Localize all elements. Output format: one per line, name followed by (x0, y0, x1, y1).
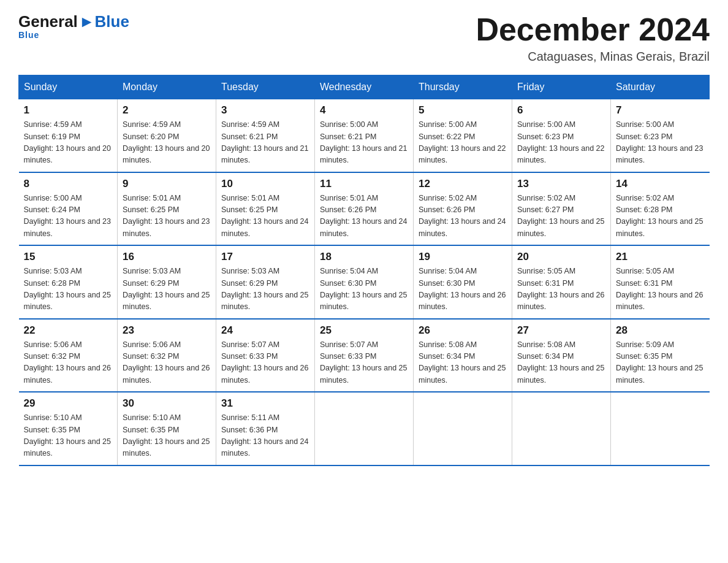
day-info: Sunrise: 5:01 AMSunset: 6:25 PMDaylight:… (123, 193, 211, 240)
col-header-wednesday: Wednesday (315, 75, 414, 99)
day-info: Sunrise: 5:08 AMSunset: 6:34 PMDaylight:… (419, 339, 507, 387)
calendar-cell: 23Sunrise: 5:06 AMSunset: 6:32 PMDayligh… (118, 319, 216, 393)
day-number: 10 (221, 178, 309, 190)
calendar-cell: 20Sunrise: 5:05 AMSunset: 6:31 PMDayligh… (512, 245, 611, 319)
calendar-cell: 15Sunrise: 5:03 AMSunset: 6:28 PMDayligh… (19, 245, 118, 319)
day-number: 30 (123, 397, 211, 410)
day-number: 19 (419, 251, 507, 263)
day-info: Sunrise: 5:02 AMSunset: 6:26 PMDaylight:… (419, 193, 507, 240)
day-number: 5 (419, 104, 507, 117)
calendar-cell: 31Sunrise: 5:11 AMSunset: 6:36 PMDayligh… (216, 392, 315, 465)
calendar-week-3: 15Sunrise: 5:03 AMSunset: 6:28 PMDayligh… (19, 245, 710, 319)
calendar-cell (611, 392, 710, 465)
day-number: 21 (616, 251, 705, 263)
day-number: 27 (517, 324, 605, 337)
calendar-cell (315, 392, 414, 465)
day-info: Sunrise: 5:01 AMSunset: 6:25 PMDaylight:… (221, 193, 309, 240)
calendar-cell: 27Sunrise: 5:08 AMSunset: 6:34 PMDayligh… (512, 319, 611, 393)
day-info: Sunrise: 5:07 AMSunset: 6:33 PMDaylight:… (221, 339, 309, 387)
calendar-cell: 26Sunrise: 5:08 AMSunset: 6:34 PMDayligh… (414, 319, 512, 393)
day-info: Sunrise: 4:59 AMSunset: 6:19 PMDaylight:… (24, 119, 113, 167)
col-header-monday: Monday (118, 75, 216, 99)
day-info: Sunrise: 5:01 AMSunset: 6:26 PMDaylight:… (320, 193, 408, 240)
calendar-cell: 19Sunrise: 5:04 AMSunset: 6:30 PMDayligh… (414, 245, 512, 319)
day-number: 22 (24, 324, 113, 337)
calendar-week-1: 1Sunrise: 4:59 AMSunset: 6:19 PMDaylight… (19, 99, 710, 172)
page-header: General ► Blue Blue December 2024 Catagu… (18, 12, 710, 64)
logo-underline: Blue (18, 30, 39, 40)
calendar-cell: 18Sunrise: 5:04 AMSunset: 6:30 PMDayligh… (315, 245, 414, 319)
calendar-cell: 5Sunrise: 5:00 AMSunset: 6:22 PMDaylight… (414, 99, 512, 172)
day-info: Sunrise: 5:10 AMSunset: 6:35 PMDaylight:… (24, 412, 113, 460)
day-info: Sunrise: 5:06 AMSunset: 6:32 PMDaylight:… (123, 339, 211, 387)
day-info: Sunrise: 5:10 AMSunset: 6:35 PMDaylight:… (123, 412, 211, 460)
day-number: 14 (616, 178, 705, 190)
location-label: Cataguases, Minas Gerais, Brazil (476, 50, 710, 64)
calendar-cell: 3Sunrise: 4:59 AMSunset: 6:21 PMDaylight… (216, 99, 315, 172)
day-number: 3 (221, 104, 309, 117)
day-number: 28 (616, 324, 705, 337)
day-info: Sunrise: 5:03 AMSunset: 6:29 PMDaylight:… (123, 266, 211, 313)
logo: General ► Blue Blue (18, 12, 129, 40)
day-info: Sunrise: 5:04 AMSunset: 6:30 PMDaylight:… (419, 266, 507, 313)
day-info: Sunrise: 5:03 AMSunset: 6:29 PMDaylight:… (221, 266, 309, 313)
col-header-friday: Friday (512, 75, 611, 99)
calendar-cell: 2Sunrise: 4:59 AMSunset: 6:20 PMDaylight… (118, 99, 216, 172)
calendar-cell: 1Sunrise: 4:59 AMSunset: 6:19 PMDaylight… (19, 99, 118, 172)
calendar-cell: 22Sunrise: 5:06 AMSunset: 6:32 PMDayligh… (19, 319, 118, 393)
day-number: 23 (123, 324, 211, 337)
calendar-cell: 8Sunrise: 5:00 AMSunset: 6:24 PMDaylight… (19, 172, 118, 246)
col-header-saturday: Saturday (611, 75, 710, 99)
day-number: 7 (616, 104, 705, 117)
day-info: Sunrise: 5:11 AMSunset: 6:36 PMDaylight:… (221, 412, 309, 460)
day-info: Sunrise: 5:02 AMSunset: 6:28 PMDaylight:… (616, 193, 705, 240)
day-info: Sunrise: 5:02 AMSunset: 6:27 PMDaylight:… (517, 193, 605, 240)
month-title: December 2024 (476, 12, 710, 47)
calendar-cell: 21Sunrise: 5:05 AMSunset: 6:31 PMDayligh… (611, 245, 710, 319)
day-number: 2 (123, 104, 211, 117)
day-info: Sunrise: 5:03 AMSunset: 6:28 PMDaylight:… (24, 266, 113, 313)
day-info: Sunrise: 5:05 AMSunset: 6:31 PMDaylight:… (616, 266, 705, 313)
day-info: Sunrise: 5:00 AMSunset: 6:21 PMDaylight:… (320, 119, 408, 167)
day-info: Sunrise: 5:06 AMSunset: 6:32 PMDaylight:… (24, 339, 113, 387)
calendar-cell: 9Sunrise: 5:01 AMSunset: 6:25 PMDaylight… (118, 172, 216, 246)
calendar-cell: 6Sunrise: 5:00 AMSunset: 6:23 PMDaylight… (512, 99, 611, 172)
calendar-cell: 17Sunrise: 5:03 AMSunset: 6:29 PMDayligh… (216, 245, 315, 319)
day-info: Sunrise: 5:05 AMSunset: 6:31 PMDaylight:… (517, 266, 605, 313)
logo-blue-triangle: ► (79, 12, 95, 31)
calendar-cell (512, 392, 611, 465)
col-header-thursday: Thursday (414, 75, 512, 99)
calendar-cell: 30Sunrise: 5:10 AMSunset: 6:35 PMDayligh… (118, 392, 216, 465)
calendar-cell: 4Sunrise: 5:00 AMSunset: 6:21 PMDaylight… (315, 99, 414, 172)
day-number: 26 (419, 324, 507, 337)
day-number: 15 (24, 251, 113, 263)
title-section: December 2024 Cataguases, Minas Gerais, … (476, 12, 710, 64)
day-info: Sunrise: 5:00 AMSunset: 6:23 PMDaylight:… (517, 119, 605, 167)
day-number: 16 (123, 251, 211, 263)
day-number: 17 (221, 251, 309, 263)
day-info: Sunrise: 5:07 AMSunset: 6:33 PMDaylight:… (320, 339, 408, 387)
day-info: Sunrise: 5:00 AMSunset: 6:23 PMDaylight:… (616, 119, 705, 167)
day-number: 18 (320, 251, 408, 263)
col-header-sunday: Sunday (19, 75, 118, 99)
logo-general-text: General (18, 12, 78, 31)
logo-blue-text: Blue (95, 12, 129, 31)
calendar-cell: 16Sunrise: 5:03 AMSunset: 6:29 PMDayligh… (118, 245, 216, 319)
day-number: 24 (221, 324, 309, 337)
calendar-cell: 14Sunrise: 5:02 AMSunset: 6:28 PMDayligh… (611, 172, 710, 246)
calendar-cell (414, 392, 512, 465)
calendar-cell: 7Sunrise: 5:00 AMSunset: 6:23 PMDaylight… (611, 99, 710, 172)
calendar-cell: 29Sunrise: 5:10 AMSunset: 6:35 PMDayligh… (19, 392, 118, 465)
calendar-week-5: 29Sunrise: 5:10 AMSunset: 6:35 PMDayligh… (19, 392, 710, 465)
day-number: 20 (517, 251, 605, 263)
day-info: Sunrise: 5:00 AMSunset: 6:24 PMDaylight:… (24, 193, 113, 240)
day-info: Sunrise: 5:00 AMSunset: 6:22 PMDaylight:… (419, 119, 507, 167)
day-number: 11 (320, 178, 408, 190)
calendar-cell: 10Sunrise: 5:01 AMSunset: 6:25 PMDayligh… (216, 172, 315, 246)
day-number: 6 (517, 104, 605, 117)
day-number: 25 (320, 324, 408, 337)
day-number: 1 (24, 104, 113, 117)
calendar-table: SundayMondayTuesdayWednesdayThursdayFrid… (18, 75, 710, 466)
day-number: 29 (24, 397, 113, 410)
calendar-header-row: SundayMondayTuesdayWednesdayThursdayFrid… (19, 75, 710, 99)
